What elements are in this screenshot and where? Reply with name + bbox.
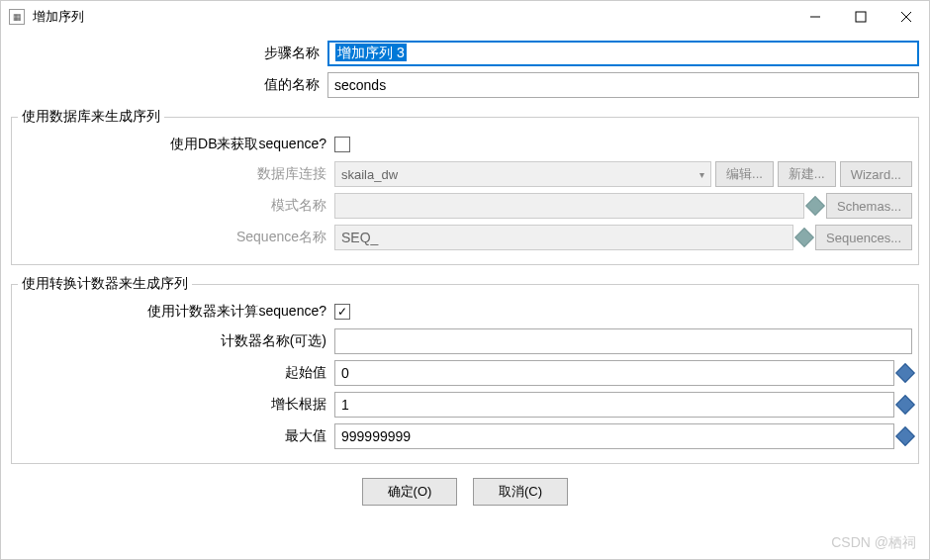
use-db-label: 使用DB来获取sequence? <box>18 136 334 153</box>
counter-group: 使用转换计数器来生成序列 使用计数器来计算sequence? ✓ 计数器名称(可… <box>11 275 919 464</box>
variable-icon[interactable] <box>794 228 814 247</box>
start-input[interactable] <box>334 360 894 386</box>
db-group: 使用数据库来生成序列 使用DB来获取sequence? 数据库连接 skaila… <box>11 108 919 265</box>
increment-input[interactable] <box>334 392 894 418</box>
variable-icon[interactable] <box>805 196 825 216</box>
wizard-button[interactable]: Wizard... <box>840 161 912 187</box>
conn-combo[interactable]: skaila_dw ▾ <box>334 161 711 187</box>
maximize-button[interactable] <box>838 1 884 33</box>
max-label: 最大值 <box>18 427 334 445</box>
max-input[interactable] <box>334 423 894 449</box>
conn-label: 数据库连接 <box>18 165 334 183</box>
window-title: 增加序列 <box>33 8 792 26</box>
schema-input[interactable] <box>334 193 804 219</box>
schema-label: 模式名称 <box>18 197 334 215</box>
value-name-label: 值的名称 <box>11 76 327 94</box>
use-db-checkbox[interactable] <box>334 137 350 152</box>
value-name-input[interactable] <box>327 72 919 98</box>
increment-label: 增长根据 <box>18 396 334 414</box>
counter-group-legend: 使用转换计数器来生成序列 <box>18 275 192 293</box>
app-icon: ▦ <box>9 9 25 25</box>
db-group-legend: 使用数据库来生成序列 <box>18 108 164 126</box>
close-button[interactable] <box>884 1 929 33</box>
chevron-down-icon: ▾ <box>699 169 704 180</box>
use-counter-checkbox[interactable]: ✓ <box>334 304 350 320</box>
watermark: CSDN @栖祠 <box>831 534 916 552</box>
step-name-input[interactable]: 增加序列 3 <box>327 41 919 66</box>
titlebar: ▦ 增加序列 <box>1 1 929 33</box>
minimize-button[interactable] <box>792 1 838 33</box>
seq-name-input[interactable] <box>334 225 793 250</box>
cancel-button[interactable]: 取消(C) <box>473 478 568 506</box>
variable-icon[interactable] <box>895 395 915 415</box>
seq-name-label: Sequence名称 <box>18 229 334 246</box>
new-button[interactable]: 新建... <box>778 161 836 187</box>
edit-button[interactable]: 编辑... <box>715 161 774 187</box>
use-counter-label: 使用计数器来计算sequence? <box>18 303 334 321</box>
svg-rect-1 <box>856 12 866 22</box>
variable-icon[interactable] <box>895 426 915 446</box>
counter-name-label: 计数器名称(可选) <box>18 332 334 350</box>
counter-name-input[interactable] <box>334 328 912 354</box>
step-name-label: 步骤名称 <box>11 45 327 62</box>
start-label: 起始值 <box>18 364 334 382</box>
variable-icon[interactable] <box>895 363 915 383</box>
ok-button[interactable]: 确定(O) <box>362 478 457 506</box>
schemas-button[interactable]: Schemas... <box>826 193 912 219</box>
sequences-button[interactable]: Sequences... <box>815 225 912 250</box>
